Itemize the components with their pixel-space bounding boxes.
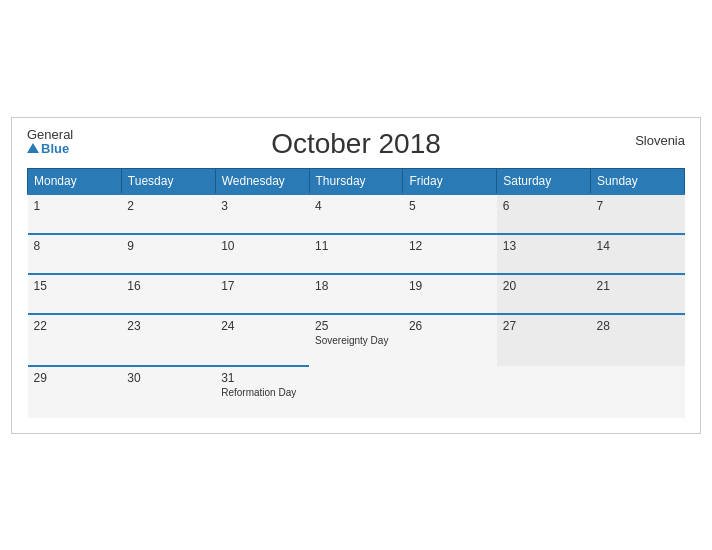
- calendar-cell: 31Reformation Day: [215, 366, 309, 418]
- calendar-cell: 23: [121, 314, 215, 366]
- day-number: 5: [409, 199, 491, 213]
- calendar-header-row: MondayTuesdayWednesdayThursdayFridaySatu…: [28, 168, 685, 194]
- day-number: 25: [315, 319, 397, 333]
- calendar-cell: 13: [497, 234, 591, 274]
- day-number: 2: [127, 199, 209, 213]
- day-number: 9: [127, 239, 209, 253]
- week-row-5: 293031Reformation Day: [28, 366, 685, 418]
- day-number: 24: [221, 319, 303, 333]
- calendar-cell: 11: [309, 234, 403, 274]
- country-label: Slovenia: [635, 133, 685, 148]
- day-number: 15: [34, 279, 116, 293]
- day-number: 4: [315, 199, 397, 213]
- calendar-cell: 29: [28, 366, 122, 418]
- calendar-cell: 28: [591, 314, 685, 366]
- day-number: 22: [34, 319, 116, 333]
- calendar-cell: 21: [591, 274, 685, 314]
- day-number: 20: [503, 279, 585, 293]
- day-number: 23: [127, 319, 209, 333]
- calendar-cell: 22: [28, 314, 122, 366]
- calendar-container: General Blue October 2018 Slovenia Monda…: [11, 117, 701, 434]
- day-number: 3: [221, 199, 303, 213]
- col-header-tuesday: Tuesday: [121, 168, 215, 194]
- calendar-cell: 2: [121, 194, 215, 234]
- holiday-name: Reformation Day: [221, 387, 303, 398]
- calendar-cell: 18: [309, 274, 403, 314]
- calendar-cell: 6: [497, 194, 591, 234]
- col-header-saturday: Saturday: [497, 168, 591, 194]
- logo-blue-text: Blue: [27, 142, 73, 156]
- calendar-cell: 4: [309, 194, 403, 234]
- calendar-cell: 19: [403, 274, 497, 314]
- day-number: 18: [315, 279, 397, 293]
- calendar-cell: 8: [28, 234, 122, 274]
- calendar-cell: 26: [403, 314, 497, 366]
- day-number: 8: [34, 239, 116, 253]
- day-number: 29: [34, 371, 116, 385]
- day-number: 19: [409, 279, 491, 293]
- calendar-title: October 2018: [271, 128, 441, 160]
- calendar-cell: 15: [28, 274, 122, 314]
- col-header-thursday: Thursday: [309, 168, 403, 194]
- day-number: 27: [503, 319, 585, 333]
- day-number: 26: [409, 319, 491, 333]
- calendar-cell: [309, 366, 403, 418]
- calendar-cell: 16: [121, 274, 215, 314]
- calendar-cell: [591, 366, 685, 418]
- day-number: 21: [597, 279, 679, 293]
- day-number: 31: [221, 371, 303, 385]
- day-number: 1: [34, 199, 116, 213]
- day-number: 10: [221, 239, 303, 253]
- calendar-cell: 12: [403, 234, 497, 274]
- calendar-cell: 17: [215, 274, 309, 314]
- calendar-body: 1234567891011121314151617181920212223242…: [28, 194, 685, 418]
- col-header-wednesday: Wednesday: [215, 168, 309, 194]
- day-number: 7: [597, 199, 679, 213]
- day-number: 13: [503, 239, 585, 253]
- week-row-4: 22232425Sovereignty Day262728: [28, 314, 685, 366]
- calendar-cell: 24: [215, 314, 309, 366]
- day-number: 12: [409, 239, 491, 253]
- week-row-1: 1234567: [28, 194, 685, 234]
- calendar-cell: 14: [591, 234, 685, 274]
- calendar-cell: 7: [591, 194, 685, 234]
- calendar-cell: [497, 366, 591, 418]
- logo-general-text: General: [27, 128, 73, 142]
- calendar-cell: 9: [121, 234, 215, 274]
- day-number: 11: [315, 239, 397, 253]
- calendar-cell: 25Sovereignty Day: [309, 314, 403, 366]
- holiday-name: Sovereignty Day: [315, 335, 397, 346]
- day-number: 6: [503, 199, 585, 213]
- logo-triangle-icon: [27, 143, 39, 153]
- calendar-cell: 1: [28, 194, 122, 234]
- week-row-2: 891011121314: [28, 234, 685, 274]
- calendar-cell: 30: [121, 366, 215, 418]
- col-header-sunday: Sunday: [591, 168, 685, 194]
- week-row-3: 15161718192021: [28, 274, 685, 314]
- calendar-cell: 20: [497, 274, 591, 314]
- calendar-grid: MondayTuesdayWednesdayThursdayFridaySatu…: [27, 168, 685, 418]
- calendar-header: General Blue October 2018 Slovenia: [27, 128, 685, 160]
- col-header-friday: Friday: [403, 168, 497, 194]
- logo: General Blue: [27, 128, 73, 157]
- calendar-cell: 5: [403, 194, 497, 234]
- day-number: 30: [127, 371, 209, 385]
- calendar-cell: 10: [215, 234, 309, 274]
- col-header-monday: Monday: [28, 168, 122, 194]
- calendar-cell: 3: [215, 194, 309, 234]
- calendar-cell: 27: [497, 314, 591, 366]
- day-number: 16: [127, 279, 209, 293]
- day-number: 14: [597, 239, 679, 253]
- day-number: 17: [221, 279, 303, 293]
- calendar-cell: [403, 366, 497, 418]
- day-number: 28: [597, 319, 679, 333]
